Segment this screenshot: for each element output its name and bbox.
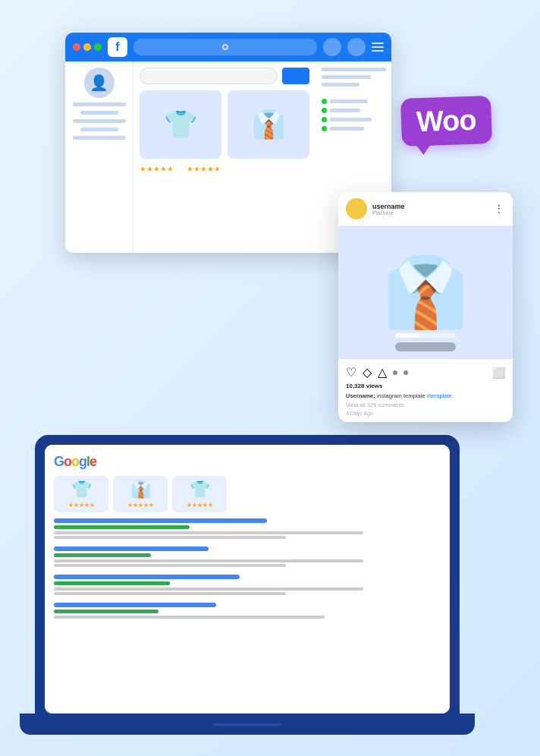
fb-shirt-icon-2: 👔 (252, 109, 286, 140)
fb-shirt-icon-1: 👕 (164, 109, 198, 140)
fb-product-1: 👕 (140, 90, 221, 159)
dot-row-2 (322, 108, 385, 113)
facebook-search-bar[interactable] (133, 39, 317, 55)
fb-user-icon[interactable] (323, 38, 341, 56)
woo-badge: Woo (400, 96, 492, 146)
google-result-2 (54, 547, 441, 567)
progress-bar (395, 333, 456, 338)
instagram-stats: 10,328 views (338, 383, 513, 392)
gray-line (54, 531, 363, 534)
instagram-panel: username Plachere ⋮ 👔 ♡ ◇ △ ⬜ 10,328 vie… (338, 192, 513, 422)
user-icon: 👤 (89, 74, 108, 92)
instagram-image: 👔 (338, 226, 513, 359)
dot-line-2 (330, 109, 360, 112)
dot-green[interactable] (94, 43, 102, 51)
green-line-3 (54, 581, 170, 585)
fb-menu-icon[interactable] (372, 43, 384, 52)
laptop-body: Google 👕 ★★★★★ 👔 ★★★★★ 👕 ★★★★★ (35, 435, 460, 723)
sidebar-line-2 (80, 111, 118, 115)
facebook-stars: ★★★★★ ★★★★★ (140, 165, 309, 173)
right-line-3 (322, 83, 359, 87)
gray-line-3 (54, 559, 363, 562)
instagram-shirt-icon: 👔 (383, 253, 468, 332)
green-line-2 (54, 553, 151, 557)
gray-line-5 (54, 587, 363, 591)
blue-line-3 (54, 575, 240, 579)
google-product-3: 👕 ★★★★★ (172, 476, 227, 512)
dot-line-3 (330, 118, 372, 121)
shirt-icon-1: 👕 (58, 480, 105, 499)
instagram-time: 4 Days Ago (338, 411, 513, 422)
right-line-1 (322, 68, 386, 71)
instagram-actions: ♡ ◇ △ ⬜ (338, 359, 513, 383)
fb-messenger-icon[interactable] (347, 38, 366, 56)
google-products-row: 👕 ★★★★★ 👔 ★★★★★ 👕 ★★★★★ (54, 476, 441, 512)
share-icon[interactable]: △ (378, 365, 387, 380)
avatar: 👤 (84, 68, 115, 98)
dot-icon-1 (393, 370, 397, 375)
google-product-2: 👔 ★★★★★ (113, 476, 168, 512)
dot-red[interactable] (73, 43, 80, 51)
view-comments[interactable]: View all 326 comments (338, 402, 513, 411)
google-result-1 (54, 518, 441, 539)
stars-3: ★★★★★ (176, 502, 223, 509)
bookmark-icon[interactable]: ⬜ (492, 367, 505, 379)
google-logo: Google (54, 454, 441, 470)
window-dots (73, 43, 102, 51)
green-dot-1 (322, 99, 327, 104)
caption-text: instagram template (377, 392, 427, 399)
instagram-header: username Plachere ⋮ (338, 192, 513, 226)
blue-line-4 (54, 603, 216, 607)
green-dot-3 (322, 117, 327, 122)
facebook-sidebar: 👤 (65, 61, 133, 253)
gray-line-7 (54, 616, 325, 619)
dot-row-4 (322, 126, 385, 131)
instagram-more-icon[interactable]: ⋮ (494, 203, 505, 215)
right-line-2 (322, 75, 371, 79)
green-dot-2 (322, 108, 327, 113)
instagram-user-info: username Plachere (372, 203, 488, 216)
facebook-main: 👕 👔 ★★★★★ ★★★★★ (133, 61, 316, 253)
dot-line-1 (330, 99, 368, 103)
google-result-4 (54, 603, 441, 619)
sidebar-line-1 (73, 102, 126, 106)
shirt-icon-3: 👕 (176, 480, 223, 499)
sidebar-line-4 (80, 128, 118, 131)
dot-row-1 (322, 99, 385, 104)
facebook-logo: f (108, 37, 127, 57)
shirt-icon-2: 👔 (117, 480, 164, 499)
caption-username: Username: (346, 392, 375, 399)
instagram-avatar (346, 198, 367, 219)
stars-1: ★★★★★ (58, 502, 105, 509)
gray-line-2 (54, 536, 286, 539)
facebook-navbar: f (65, 33, 391, 61)
caption-hashtag: #template (427, 392, 452, 399)
image-overlay (395, 342, 456, 351)
blue-line-2 (54, 547, 209, 551)
sidebar-line-3 (73, 119, 126, 123)
gray-line-4 (54, 564, 286, 567)
instagram-sub: Plachere (372, 210, 488, 216)
facebook-products-grid: 👕 👔 (140, 90, 309, 159)
green-dot-4 (322, 126, 327, 131)
laptop-screen-bezel: Google 👕 ★★★★★ 👔 ★★★★★ 👕 ★★★★★ (45, 445, 450, 713)
google-product-1: 👕 ★★★★★ (54, 476, 108, 512)
green-line-4 (54, 610, 159, 613)
dot-row-3 (322, 117, 385, 122)
post-button[interactable] (282, 68, 309, 84)
green-line (54, 525, 190, 529)
sidebar-line-5 (73, 136, 126, 140)
dot-icon-2 (403, 370, 408, 375)
dot-yellow[interactable] (83, 43, 91, 51)
like-icon[interactable]: ♡ (346, 365, 356, 380)
search-icon (222, 44, 228, 50)
stars-2: ★★★★★ (117, 502, 164, 509)
gray-line-6 (54, 592, 286, 595)
blue-line (54, 518, 267, 523)
instagram-caption: Username: instagram template #template (338, 392, 513, 402)
post-input-area (140, 68, 309, 84)
comment-icon[interactable]: ◇ (363, 365, 372, 380)
progress-fill (395, 333, 419, 338)
google-result-3 (54, 575, 441, 595)
post-text-input[interactable] (140, 68, 278, 84)
